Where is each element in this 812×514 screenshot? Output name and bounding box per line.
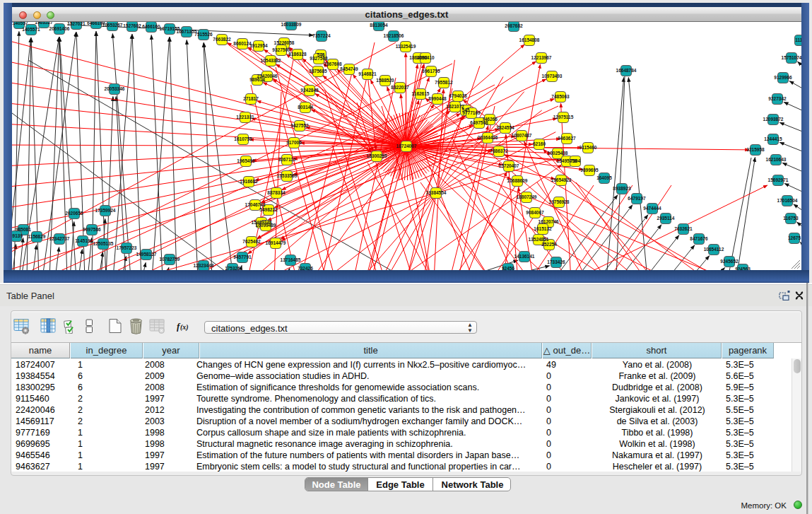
svg-text:39139: 39139 — [12, 233, 23, 238]
svg-text:1162615: 1162615 — [412, 91, 430, 96]
svg-text:19384554: 19384554 — [426, 190, 447, 195]
svg-text:6961755: 6961755 — [422, 69, 440, 74]
svg-text:14136141: 14136141 — [514, 254, 535, 259]
svg-text:9474444: 9474444 — [643, 206, 661, 211]
svg-text:16033809: 16033809 — [281, 22, 302, 27]
svg-text:9146821: 9146821 — [358, 71, 377, 76]
svg-text:12213967: 12213967 — [531, 55, 552, 60]
svg-text:6794028: 6794028 — [449, 93, 467, 98]
svg-text:62160: 62160 — [533, 141, 546, 146]
svg-text:9899695: 9899695 — [580, 168, 599, 173]
svg-text:19218506: 19218506 — [384, 33, 404, 38]
svg-text:7886372: 7886372 — [490, 148, 508, 153]
svg-text:9115460: 9115460 — [579, 145, 597, 150]
svg-text:18724007: 18724007 — [396, 144, 417, 148]
svg-text:1916682: 1916682 — [240, 179, 258, 184]
svg-text:13533569: 13533569 — [277, 173, 298, 178]
svg-text:8322037: 8322037 — [391, 85, 409, 90]
svg-text:13524851: 13524851 — [529, 237, 549, 242]
svg-text:12323448: 12323448 — [194, 263, 214, 268]
svg-text:7663822: 7663822 — [213, 37, 231, 42]
svg-text:9327500: 9327500 — [272, 47, 290, 52]
svg-text:3267110: 3267110 — [278, 157, 296, 162]
svg-text:10653267: 10653267 — [102, 23, 123, 28]
svg-text:8454749: 8454749 — [340, 66, 358, 71]
svg-text:8813054: 8813054 — [370, 23, 388, 28]
svg-text:1527021: 1527021 — [67, 22, 86, 26]
svg-text:2935114: 2935114 — [657, 216, 675, 221]
svg-text:19654923: 19654923 — [551, 177, 572, 182]
svg-text:10807487: 10807487 — [512, 133, 532, 138]
svg-text:6479197: 6479197 — [628, 196, 646, 201]
svg-text:6466160: 6466160 — [142, 24, 160, 29]
svg-text:7625402: 7625402 — [242, 239, 261, 244]
svg-text:15226058: 15226058 — [274, 40, 295, 45]
svg-text:1527602: 1527602 — [123, 23, 141, 28]
svg-text:917006: 917006 — [286, 140, 302, 145]
svg-text:16210643: 16210643 — [766, 157, 787, 162]
svg-text:12675: 12675 — [788, 235, 801, 240]
svg-text:1244415: 1244415 — [764, 136, 782, 141]
svg-text:271817: 271817 — [243, 96, 259, 101]
svg-text:8660124: 8660124 — [233, 41, 252, 46]
svg-text:9463627: 9463627 — [558, 136, 576, 141]
svg-text:1615132: 1615132 — [534, 226, 552, 231]
svg-text:1965496: 1965496 — [237, 158, 255, 163]
svg-text:16154808: 16154808 — [519, 37, 540, 42]
svg-text:1963527: 1963527 — [35, 22, 53, 25]
svg-text:7357224: 7357224 — [312, 33, 331, 38]
svg-text:12342737: 12342737 — [49, 236, 70, 241]
svg-text:16099489: 16099489 — [256, 223, 276, 228]
svg-text:14958127: 14958127 — [136, 252, 157, 257]
svg-text:18807249: 18807249 — [517, 194, 537, 199]
svg-text:17957223: 17957223 — [117, 245, 137, 250]
svg-text:1405571: 1405571 — [22, 27, 40, 32]
svg-text:10654112: 10654112 — [704, 247, 724, 252]
svg-text:12505135: 12505135 — [93, 241, 114, 246]
svg-text:1117: 1117 — [795, 37, 801, 42]
svg-text:15692971: 15692971 — [768, 177, 789, 182]
svg-text:19756928: 19756928 — [549, 199, 570, 204]
svg-text:9097586: 9097586 — [83, 227, 101, 232]
svg-text:1733426: 1733426 — [547, 259, 565, 264]
svg-text:7485063: 7485063 — [551, 94, 570, 99]
svg-text:16914479: 16914479 — [266, 240, 286, 245]
svg-text:3912954: 3912954 — [249, 43, 268, 48]
svg-text:12975115: 12975115 — [553, 115, 574, 119]
svg-text:16648784: 16648784 — [616, 68, 637, 73]
svg-text:1086410: 1086410 — [416, 55, 435, 60]
svg-text:8878334: 8878334 — [267, 190, 286, 195]
svg-text:9084067: 9084067 — [526, 210, 544, 215]
svg-text:(x): (x) — [180, 323, 189, 332]
svg-text:8990448: 8990448 — [428, 96, 447, 101]
svg-text:9427552: 9427552 — [290, 123, 309, 128]
svg-text:13716485: 13716485 — [281, 257, 301, 262]
svg-text:7304: 7304 — [570, 158, 581, 163]
svg-text:92456: 92456 — [502, 266, 514, 270]
svg-text:8938923: 8938923 — [613, 186, 631, 191]
svg-text:2140557: 2140557 — [12, 22, 28, 25]
svg-text:9242848: 9242848 — [300, 88, 319, 93]
svg-text:985081: 985081 — [16, 227, 31, 232]
svg-text:116753: 116753 — [783, 216, 799, 221]
svg-text:8471676: 8471676 — [690, 236, 708, 241]
svg-text:7955812: 7955812 — [435, 80, 453, 85]
svg-text:7632621: 7632621 — [674, 226, 693, 231]
svg-text:252254: 252254 — [541, 242, 557, 247]
svg-text:803144: 803144 — [298, 105, 313, 110]
svg-text:1221331: 1221331 — [236, 115, 254, 119]
svg-text:18300295: 18300295 — [367, 153, 387, 158]
svg-text:10782759: 10782759 — [160, 257, 180, 262]
svg-text:9227342: 9227342 — [768, 96, 787, 101]
svg-text:1610755: 1610755 — [234, 136, 252, 141]
svg-text:9129966: 9129966 — [774, 75, 792, 80]
svg-text:3875685: 3875685 — [309, 69, 327, 74]
svg-text:3215958: 3215958 — [746, 147, 765, 152]
svg-text:17359924: 17359924 — [95, 208, 116, 213]
svg-text:10973493: 10973493 — [542, 74, 563, 78]
svg-text:20053346: 20053346 — [105, 86, 125, 91]
svg-text:17016504: 17016504 — [777, 198, 798, 203]
svg-text:10688609: 10688609 — [507, 178, 528, 183]
svg-text:9245652: 9245652 — [720, 259, 739, 264]
svg-text:10543382: 10543382 — [261, 58, 281, 63]
